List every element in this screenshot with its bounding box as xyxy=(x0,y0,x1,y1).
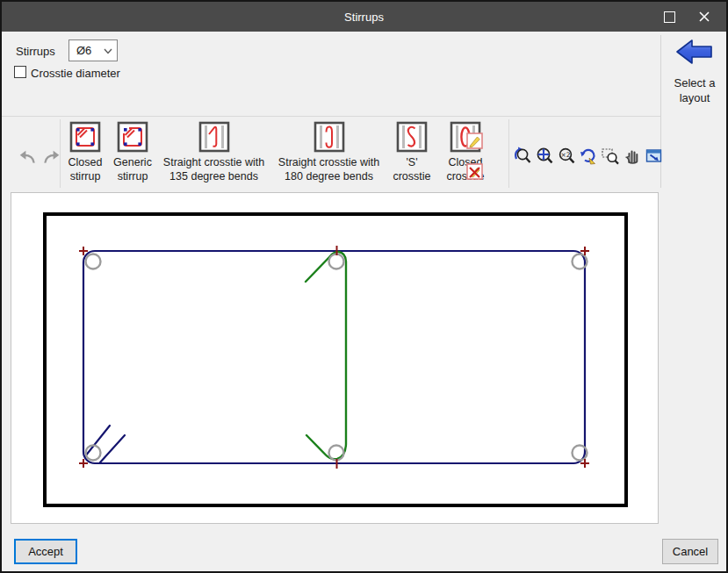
concrete-section-outline xyxy=(45,214,626,505)
snap-markers xyxy=(79,246,589,469)
crosstie-180-icon xyxy=(314,121,345,153)
crosstie-diameter-checkbox[interactable] xyxy=(14,66,26,78)
rebar-circles xyxy=(86,254,587,461)
tool-closed-stirrup[interactable]: Closed stirrup xyxy=(61,119,109,185)
stirrups-label: Stirrups xyxy=(16,45,55,58)
maximize-button[interactable] xyxy=(654,2,684,32)
section-drawing xyxy=(11,193,658,523)
tool-label: Straight crosstie with 135 degree bends xyxy=(157,155,270,183)
close-icon xyxy=(698,11,710,23)
close-button[interactable] xyxy=(689,2,719,32)
pan-hand-icon[interactable] xyxy=(623,147,642,166)
title-bar: Stirrups xyxy=(2,2,726,32)
select-layout-label: Select a layout xyxy=(662,75,727,105)
toolbar-separator-1 xyxy=(60,119,61,188)
cancel-button[interactable]: Cancel xyxy=(662,539,718,564)
zoom-window-icon[interactable] xyxy=(601,147,620,166)
diameter-select[interactable]: Ø6 xyxy=(68,39,118,61)
maximize-icon xyxy=(664,11,675,23)
tool-crosstie-180[interactable]: Straight crosstie with 180 degree bends xyxy=(271,119,386,185)
blue-left-arrow-icon xyxy=(675,37,714,67)
zoom-previous-icon[interactable] xyxy=(513,147,532,166)
tool-label: Generic stirrup xyxy=(110,155,155,183)
closed-stirrup-shape xyxy=(83,251,585,463)
cancel-label: Cancel xyxy=(673,545,708,558)
accept-label: Accept xyxy=(28,545,63,558)
crosstie-135-icon xyxy=(198,121,230,153)
s-crosstie-icon xyxy=(396,121,428,153)
select-layout-button[interactable]: Select a layout xyxy=(662,37,727,105)
svg-text:×2: ×2 xyxy=(560,151,570,159)
redraw-icon[interactable] xyxy=(579,147,598,166)
undo-icon[interactable] xyxy=(18,147,37,167)
edit-element-icon[interactable] xyxy=(466,133,484,150)
generic-stirrup-icon xyxy=(117,121,148,153)
crosstie-diameter-label: Crosstie diameter xyxy=(31,67,120,80)
section-canvas[interactable] xyxy=(11,192,659,524)
send-to-window-icon[interactable] xyxy=(645,147,664,166)
tool-generic-stirrup[interactable]: Generic stirrup xyxy=(109,119,156,185)
accept-button[interactable]: Accept xyxy=(14,539,77,564)
window-title: Stirrups xyxy=(2,11,726,24)
tool-s-crosstie[interactable]: 'S' crosstie xyxy=(386,119,437,185)
tool-crosstie-135[interactable]: Straight crosstie with 135 degree bends xyxy=(156,119,271,185)
diameter-value: Ø6 xyxy=(76,44,91,57)
tool-label: 'S' crosstie xyxy=(387,155,436,183)
crosstie-shape xyxy=(306,252,346,459)
zoom-x2-icon[interactable]: ×2 xyxy=(557,147,576,166)
tool-label: Straight crosstie with 180 degree bends xyxy=(272,155,386,183)
delete-element-icon[interactable] xyxy=(466,163,484,181)
closed-stirrup-icon xyxy=(69,121,101,153)
stirrups-dialog: Stirrups Stirrups Ø6 Crosstie diameter xyxy=(0,0,728,573)
chevron-down-icon xyxy=(104,48,112,54)
toolbar-divider xyxy=(2,116,660,117)
tool-label: Closed stirrup xyxy=(62,155,108,183)
redo-icon[interactable] xyxy=(42,147,61,167)
toolbar-separator-2 xyxy=(508,119,509,188)
tool-label: Closed crosstie xyxy=(438,155,493,183)
zoom-extents-icon[interactable] xyxy=(535,147,554,166)
tool-closed-crosstie[interactable]: Closed crosstie xyxy=(437,119,494,185)
